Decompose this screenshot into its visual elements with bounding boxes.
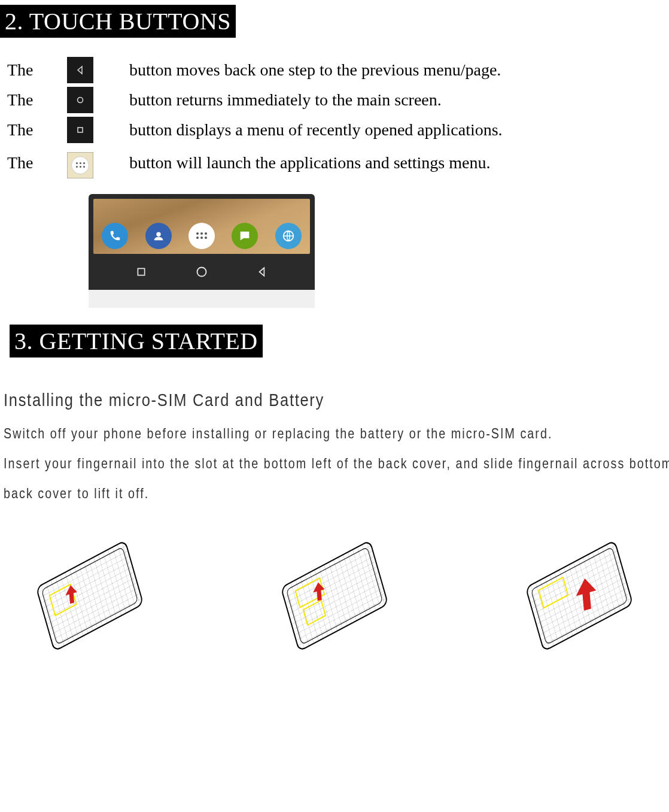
body-paragraph-2: Insert your fingernail into the slot at … [4, 449, 669, 509]
svg-point-0 [78, 98, 83, 103]
back-triangle-icon [67, 57, 93, 83]
svg-rect-4 [138, 268, 145, 275]
touch-button-row-back: The button moves back one step to the pr… [7, 57, 503, 83]
touch-button-desc: button will launch the applications and … [127, 147, 503, 178]
back-triangle-icon [254, 263, 270, 280]
install-diagrams-row [6, 539, 663, 653]
body-paragraph-1: Switch off your phone before installing … [4, 419, 669, 449]
the-label: The [7, 117, 67, 143]
icon-cell [67, 117, 127, 143]
recent-square-icon [133, 263, 150, 280]
touch-buttons-table: The button moves back one step to the pr… [7, 53, 503, 182]
phone-bottom-illustration [89, 194, 315, 308]
home-circle-icon [67, 87, 93, 113]
svg-rect-1 [78, 128, 83, 132]
section-3-heading: 3. GETTING STARTED [10, 325, 263, 357]
svg-point-2 [156, 232, 160, 236]
recent-square-icon [67, 117, 93, 143]
insert-sim-diagram [251, 539, 418, 653]
touch-button-desc: button displays a menu of recently opene… [127, 117, 503, 143]
apps-grid-icon [67, 152, 93, 178]
the-label: The [7, 147, 67, 178]
phone-screen [93, 199, 310, 254]
home-circle-icon [193, 263, 210, 280]
icon-cell [67, 87, 127, 113]
installing-sim-subheading: Installing the micro-SIM Card and Batter… [4, 390, 569, 410]
touch-button-desc: button moves back one step to the previo… [127, 57, 503, 83]
touch-button-row-home: The button returns immediately to the ma… [7, 87, 503, 113]
icon-cell [67, 147, 127, 178]
contacts-icon [145, 223, 172, 249]
section-2-heading: 2. TOUCH BUTTONS [0, 5, 236, 38]
remove-cover-diagram [6, 539, 174, 653]
svg-point-5 [197, 267, 206, 276]
phone-nav-bar [93, 254, 310, 290]
touch-button-row-recent: The button displays a menu of recently o… [7, 117, 503, 143]
icon-cell [67, 57, 127, 83]
phone-icon [102, 223, 128, 249]
the-label: The [7, 87, 67, 113]
the-label: The [7, 57, 67, 83]
browser-icon [275, 223, 302, 249]
insert-battery-diagram [495, 539, 663, 653]
touch-button-desc: button returns immediately to the main s… [127, 87, 503, 113]
apps-launcher-icon [188, 223, 215, 249]
touch-button-row-apps: The button will launch the applications … [7, 147, 503, 178]
messages-icon [232, 223, 258, 249]
